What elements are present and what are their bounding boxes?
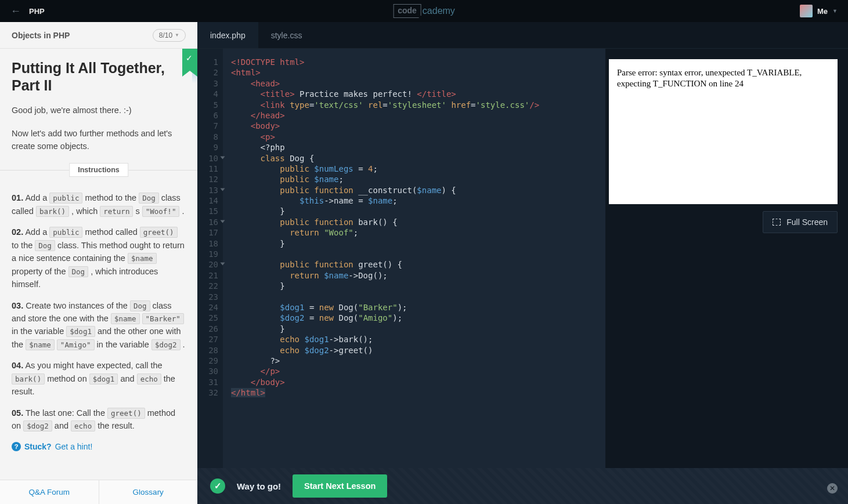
intro-text-2: Now let's add two further methods and le…	[12, 128, 186, 153]
preview-output: Parse error: syntax error, unexpected T_…	[609, 59, 838, 204]
close-icon[interactable]: ✕	[827, 483, 838, 494]
back-arrow-icon[interactable]: ←	[10, 5, 21, 17]
logo-text: cademy	[423, 6, 455, 16]
fullscreen-button[interactable]: Full Screen	[763, 211, 838, 233]
topbar: ← PHP code cademy Me ▼	[0, 0, 848, 22]
logo[interactable]: code cademy	[393, 4, 455, 18]
avatar	[800, 5, 813, 17]
lesson-header: Objects in PHP 8/10 ▼	[0, 22, 197, 49]
me-label: Me	[817, 7, 828, 16]
hint-link[interactable]: Get a hint!	[55, 442, 93, 451]
step-text: 8/10	[159, 31, 172, 39]
completed-ribbon: ✓	[182, 49, 197, 71]
fullscreen-icon	[773, 219, 781, 226]
success-icon: ✓	[210, 478, 225, 494]
topbar-left: ← PHP	[10, 5, 45, 17]
status-text: Way to go!	[237, 481, 281, 491]
editor-row: 1234567891011121314151617181920212223242…	[197, 49, 848, 504]
fullscreen-wrap: Full Screen	[609, 211, 838, 233]
lesson-name: Objects in PHP	[12, 31, 70, 40]
instructions-divider: Instructions	[0, 170, 197, 171]
instruction-list: 01. Add a public method to the Dog class…	[12, 191, 186, 433]
main: Objects in PHP 8/10 ▼ ✓ Putting It All T…	[0, 22, 848, 504]
chevron-down-icon: ▼	[175, 32, 179, 38]
help-icon: ?	[12, 442, 21, 451]
exercise-title: Putting It All Together, Part II	[12, 59, 186, 94]
lesson-body[interactable]: ✓ Putting It All Together, Part II Good …	[0, 49, 197, 480]
glossary-link[interactable]: Glossary	[99, 480, 198, 504]
step-selector[interactable]: 8/10 ▼	[153, 29, 186, 42]
course-title: PHP	[29, 7, 45, 16]
start-next-lesson-button[interactable]: Start Next Lesson	[293, 474, 387, 498]
preview-panel: Parse error: syntax error, unexpected T_…	[605, 49, 848, 504]
editor-tab[interactable]: style.css	[258, 22, 315, 48]
work-area: index.phpstyle.css 123456789101112131415…	[197, 22, 848, 504]
instructions-panel: Objects in PHP 8/10 ▼ ✓ Putting It All T…	[0, 22, 197, 504]
logo-box: code	[393, 4, 421, 18]
code-editor[interactable]: 1234567891011121314151617181920212223242…	[197, 49, 605, 504]
instruction-item: 03. Create two instances of the Dog clas…	[12, 299, 186, 351]
chevron-down-icon: ▼	[832, 8, 838, 14]
check-icon: ✓	[186, 53, 193, 63]
instruction-item: 01. Add a public method to the Dog class…	[12, 191, 186, 217]
hint-row[interactable]: ? Stuck? Get a hint!	[12, 442, 186, 451]
intro-text-1: Good job, we're almost there. :-)	[12, 104, 186, 117]
qa-forum-link[interactable]: Q&A Forum	[0, 480, 99, 504]
fullscreen-label: Full Screen	[786, 217, 828, 227]
instruction-item: 05. The last one: Call the greet() metho…	[12, 407, 186, 433]
code-area[interactable]: <!DOCTYPE html><html> <head> <title> Pra…	[223, 49, 605, 504]
instruction-item: 04. As you might have expected, call the…	[12, 359, 186, 398]
stuck-label: Stuck?	[24, 442, 52, 451]
instructions-label: Instructions	[69, 163, 128, 177]
user-menu[interactable]: Me ▼	[800, 5, 838, 17]
editor-tab[interactable]: index.php	[197, 22, 258, 48]
editor-tabs: index.phpstyle.css	[197, 22, 848, 49]
footer-bar: ✓ Way to go! Start Next Lesson ✕	[197, 468, 848, 504]
bottom-links: Q&A Forum Glossary	[0, 480, 197, 504]
instruction-item: 02. Add a public method called greet() t…	[12, 226, 186, 291]
line-gutter: 1234567891011121314151617181920212223242…	[197, 49, 223, 504]
